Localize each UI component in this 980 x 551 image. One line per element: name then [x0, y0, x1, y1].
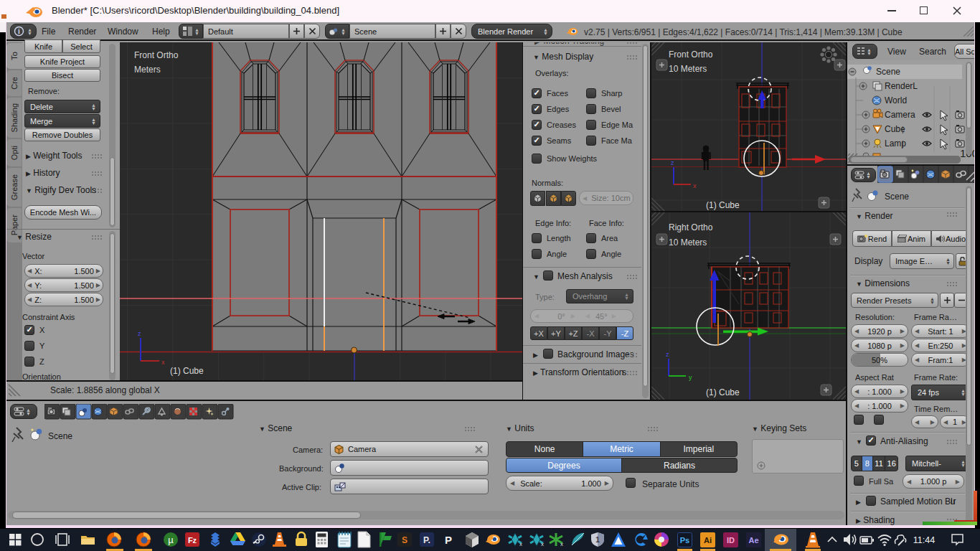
svg-text:Scene: Scene [885, 192, 909, 202]
svg-text:P: P [445, 534, 452, 546]
svg-text:y: y [689, 374, 692, 381]
svg-text:Right Ortho: Right Ortho [669, 222, 713, 232]
svg-text:i: i [18, 27, 20, 35]
svg-text:S: S [402, 535, 407, 545]
svg-text:Fz: Fz [188, 536, 197, 545]
svg-text:(1) Cube: (1) Cube [706, 387, 740, 397]
svg-text:Ai: Ai [704, 536, 712, 545]
svg-text:Front Ortho: Front Ortho [134, 50, 179, 60]
svg-text:Ae: Ae [748, 536, 758, 545]
svg-text:x: x [519, 541, 522, 547]
svg-text:(1) Cube: (1) Cube [170, 366, 204, 376]
svg-text:x: x [693, 182, 697, 189]
svg-text:µ: µ [168, 534, 174, 545]
svg-text:x: x [161, 359, 165, 366]
svg-text:Scene: Scene [48, 431, 72, 441]
svg-text:x: x [541, 541, 544, 547]
svg-text:Meters: Meters [134, 65, 161, 75]
svg-text:z: z [138, 330, 141, 337]
svg-text:1: 1 [595, 536, 600, 544]
svg-text:10 Meters: 10 Meters [669, 237, 707, 248]
svg-text:z: z [666, 351, 669, 358]
svg-text:x: x [560, 541, 563, 547]
svg-text:10 Meters: 10 Meters [669, 64, 707, 74]
svg-text:Front Ortho: Front Ortho [669, 50, 713, 60]
svg-text:Ps: Ps [680, 536, 689, 545]
svg-text:11:44: 11:44 [913, 535, 935, 545]
svg-text:(1) Cube: (1) Cube [706, 200, 740, 210]
svg-text:P.: P. [423, 535, 430, 545]
svg-text:z: z [671, 159, 674, 166]
svg-text:ID: ID [727, 536, 735, 545]
